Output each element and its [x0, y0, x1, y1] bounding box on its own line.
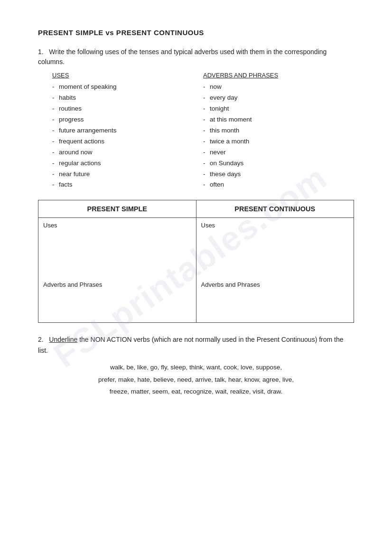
table-body-row: Uses Adverbs and Phrases Uses Adverbs an… — [38, 218, 354, 322]
list-item: routines — [52, 103, 198, 114]
table-header-row: PRESENT SIMPLE PRESENT CONTINUOUS — [38, 200, 354, 218]
list-item: these days — [203, 169, 349, 180]
col2-header: PRESENT CONTINUOUS — [196, 200, 354, 217]
list-item: frequent actions — [52, 136, 198, 147]
word-line-3: freeze, matter, seem, eat, recognize, wa… — [43, 386, 349, 398]
uses-column: USES moment of speaking habits routines … — [52, 72, 203, 190]
question-1: 1. Write the following uses of the tense… — [38, 47, 354, 190]
list-item: now — [203, 82, 349, 93]
word-line-1: walk, be, like, go, fly, sleep, think, w… — [43, 361, 349, 374]
page-title: PRESENT SIMPLE vs PRESENT CONTINUOUS — [38, 28, 354, 37]
adverbs-header: ADVERBS AND PHRASES — [203, 72, 349, 79]
list-item: around now — [52, 147, 198, 158]
underline-word: Underline — [49, 336, 77, 343]
list-item: this month — [203, 125, 349, 136]
list-item: future arrangements — [52, 125, 198, 136]
question-2-rest: the NON ACTION verbs (which are not norm… — [38, 336, 344, 354]
list-item: on Sundays — [203, 158, 349, 169]
col1-uses-label: Uses — [43, 222, 191, 229]
col2-uses-label: Uses — [201, 222, 349, 229]
list-item: progress — [52, 114, 198, 125]
columns-container: USES moment of speaking habits routines … — [52, 72, 354, 190]
list-item: never — [203, 147, 349, 158]
list-item: facts — [52, 179, 198, 190]
list-item: regular actions — [52, 158, 198, 169]
col2-adverbs-label: Adverbs and Phrases — [201, 281, 349, 288]
comparison-table: PRESENT SIMPLE PRESENT CONTINUOUS Uses A… — [38, 200, 354, 323]
list-item: tonight — [203, 103, 349, 114]
list-item: moment of speaking — [52, 82, 198, 93]
list-item: near future — [52, 169, 198, 180]
list-item: twice a month — [203, 136, 349, 147]
list-item: often — [203, 179, 349, 190]
question-2-number: 2. — [38, 336, 44, 343]
word-line-2: prefer, make, hate, believe, need, arriv… — [43, 374, 349, 386]
question-1-text: 1. Write the following uses of the tense… — [38, 47, 354, 67]
question-2: 2. Underline the NON ACTION verbs (which… — [38, 334, 354, 398]
uses-list: moment of speaking habits routines progr… — [52, 82, 198, 190]
col1-adverbs-label: Adverbs and Phrases — [43, 281, 191, 288]
col2-body: Uses Adverbs and Phrases — [196, 218, 354, 322]
col1-header: PRESENT SIMPLE — [38, 200, 196, 217]
list-item: habits — [52, 93, 198, 103]
col1-body: Uses Adverbs and Phrases — [38, 218, 196, 322]
list-item: every day — [203, 93, 349, 103]
question-2-text: 2. Underline the NON ACTION verbs (which… — [38, 334, 354, 356]
list-item: at this moment — [203, 114, 349, 125]
adverbs-column: ADVERBS AND PHRASES now every day tonigh… — [203, 72, 354, 190]
adverbs-list: now every day tonight at this moment thi… — [203, 82, 349, 190]
word-list: walk, be, like, go, fly, sleep, think, w… — [38, 361, 354, 398]
uses-header: USES — [52, 72, 198, 79]
